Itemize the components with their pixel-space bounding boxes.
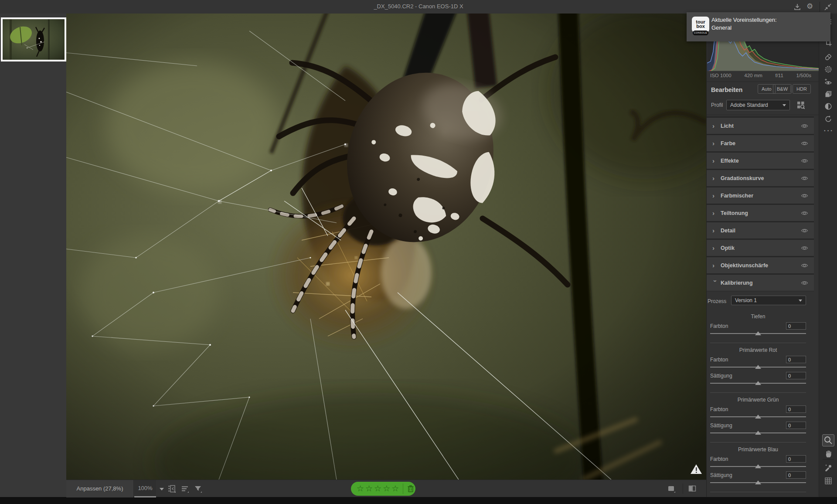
eye-icon[interactable] (801, 228, 808, 233)
section-gradationskurve[interactable]: › Gradationskurve (707, 170, 814, 186)
eye-icon[interactable] (801, 263, 808, 268)
star-icon[interactable]: ☆ (383, 482, 390, 495)
image-canvas[interactable] (66, 14, 706, 480)
eye-icon[interactable] (801, 141, 808, 146)
collapse-view-icon[interactable] (824, 3, 832, 11)
slider-thumb[interactable] (755, 480, 761, 484)
eye-icon[interactable] (801, 193, 808, 198)
slider-farbton: Farbton (710, 455, 806, 468)
profile-dropdown[interactable]: Adobe Standard (726, 100, 790, 110)
section-objektivunschaerfe[interactable]: › Objektivunschärfe (707, 257, 814, 273)
eye-icon[interactable] (801, 245, 808, 251)
more-tools-icon[interactable]: • • • (819, 129, 837, 133)
eye-icon[interactable] (801, 176, 808, 181)
section-farbmischer[interactable]: › Farbmischer (707, 187, 814, 204)
exif-shutter: 1/500s (796, 73, 811, 78)
slider-farbton: Farbton (710, 322, 806, 335)
save-download-icon[interactable] (793, 3, 801, 11)
slider-track[interactable] (710, 365, 806, 369)
slider-farbton: Farbton (710, 405, 806, 419)
slider-value-input[interactable] (786, 372, 806, 379)
processing-warning-icon (690, 464, 702, 474)
star-icon[interactable]: ☆ (391, 482, 399, 495)
eye-icon[interactable] (801, 123, 808, 129)
fit-zoom-button[interactable]: Anpassen (27,8%) (66, 480, 134, 497)
eye-icon[interactable] (801, 158, 808, 163)
section-farbe[interactable]: › Farbe (707, 135, 814, 151)
zoom-level-button[interactable]: 100% (134, 480, 156, 497)
filter-icon[interactable] (194, 484, 202, 493)
slider-value-input[interactable] (786, 405, 806, 413)
rating-pill: ☆ ☆ ☆ ☆ ☆ (351, 482, 415, 496)
slider-thumb[interactable] (755, 365, 761, 369)
slider-track[interactable] (710, 480, 806, 484)
bw-button[interactable]: B&W (773, 84, 792, 94)
star-icon[interactable]: ☆ (365, 482, 373, 495)
group-primaerwerte-gruen: Primärwerte Grün Farbton Sättigung (710, 397, 806, 443)
section-effekte[interactable]: › Effekte (707, 153, 814, 169)
exif-info-row: ISO 1000 420 mm f/11 1/500s (710, 73, 811, 78)
button-separator (790, 85, 791, 92)
zoom-menu-chevron-icon[interactable] (160, 488, 164, 490)
section-label: Farbe (721, 140, 801, 146)
slider-track[interactable] (710, 381, 806, 385)
slider-thumb[interactable] (755, 381, 761, 385)
group-tiefen: Tiefen Farbton (710, 313, 806, 343)
filmstrip-toggle-icon[interactable] (167, 484, 176, 493)
slider-value-input[interactable] (786, 356, 806, 363)
slider-thumb[interactable] (755, 415, 761, 419)
masking-icon[interactable] (824, 65, 832, 73)
tourbox-logo-mark: tour box (692, 17, 709, 32)
presets-icon[interactable] (824, 90, 832, 98)
slider-track[interactable] (710, 415, 806, 419)
slider-thumb[interactable] (755, 431, 761, 435)
healing-icon[interactable] (824, 52, 832, 60)
star-rating[interactable]: ☆ ☆ ☆ ☆ ☆ (351, 482, 399, 495)
section-licht[interactable]: › Licht (707, 118, 814, 134)
section-label: Kalibrierung (721, 280, 801, 286)
star-icon[interactable]: ☆ (374, 482, 381, 495)
before-after-view-icon[interactable] (688, 484, 697, 493)
slider-value-input[interactable] (786, 471, 806, 479)
delete-trash-icon[interactable] (407, 484, 415, 493)
process-dropdown[interactable]: Version 1 (731, 296, 806, 305)
profile-browser-icon[interactable] (796, 101, 805, 109)
slider-saettigung: Sättigung (710, 421, 806, 435)
slider-track[interactable] (710, 331, 806, 335)
chevron-down-icon (799, 300, 802, 302)
hand-tool-icon[interactable] (824, 450, 833, 458)
preferences-square-icon[interactable] (667, 484, 676, 493)
filmstrip-thumbnail[interactable] (1, 17, 66, 61)
slider-label: Farbton (710, 456, 728, 462)
eye-icon[interactable] (801, 280, 808, 286)
slider-label: Sättigung (710, 373, 732, 379)
refresh-defaults-icon[interactable] (824, 115, 832, 123)
slider-value-input[interactable] (786, 322, 806, 330)
section-detail[interactable]: › Detail (707, 222, 814, 238)
group-title: Primärwerte Grün (710, 397, 806, 404)
title-bar: _DX_5040.CR2 - Canon EOS-1D X ⚙ (0, 0, 837, 14)
section-optik[interactable]: › Optik (707, 240, 814, 256)
slider-track[interactable] (710, 431, 806, 435)
slider-value-input[interactable] (786, 422, 806, 429)
slider-value-input[interactable] (786, 455, 806, 463)
snapshots-icon[interactable] (824, 102, 832, 110)
star-icon[interactable]: ☆ (357, 482, 364, 495)
section-teiltonung[interactable]: › Teiltonung (707, 205, 814, 221)
bottombar-separator (683, 484, 683, 494)
divider (707, 115, 819, 115)
slider-thumb[interactable] (755, 464, 761, 468)
section-kalibrierung[interactable]: › Kalibrierung (707, 275, 814, 291)
profile-label: Profil (711, 102, 723, 108)
hdr-button[interactable]: HDR (793, 84, 811, 94)
red-eye-icon[interactable] (824, 78, 832, 86)
zoom-tool-button[interactable] (822, 434, 834, 446)
grid-overlay-icon[interactable] (824, 477, 832, 485)
slider-track[interactable] (710, 464, 806, 468)
sort-order-icon[interactable] (180, 484, 189, 493)
exif-aperture: f/11 (775, 73, 783, 78)
white-balance-sampler-icon[interactable] (824, 463, 832, 471)
settings-gear-icon[interactable]: ⚙ (806, 2, 814, 10)
slider-thumb[interactable] (755, 331, 761, 335)
eye-icon[interactable] (801, 211, 808, 216)
